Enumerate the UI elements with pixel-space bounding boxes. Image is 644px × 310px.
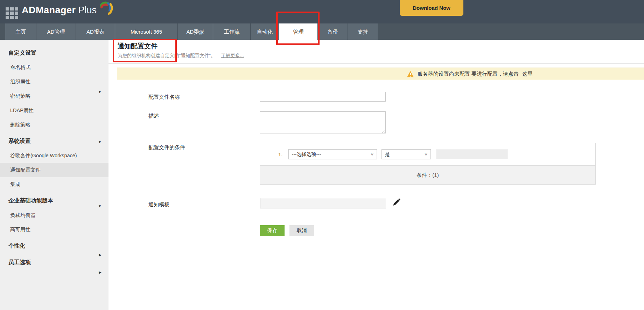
chevron-down-icon[interactable]: ▼	[98, 140, 102, 144]
sidebar-item-notification-profile[interactable]: 通知配置文件	[0, 163, 108, 177]
sidebar-section-employee-options[interactable]: 员工选项	[0, 253, 108, 270]
condition-attribute-value: ---选择选项---	[292, 151, 321, 157]
server-warning-banner: 服务器的设置尚未配置 要进行配置，请点击 这里	[117, 68, 644, 80]
sidebar-section-enterprise-basic-edition[interactable]: 企业基础功能版本	[0, 192, 108, 208]
sidebar-section-system-settings[interactable]: 系统设置	[0, 132, 108, 149]
condition-row: 1. ---选择选项--- ˅ 是 ˅	[260, 143, 595, 165]
description-textarea[interactable]	[260, 111, 386, 133]
subtitle-text: 为您的组织机构创建自定义的"通知配置文件"。	[118, 53, 216, 58]
sidebar-item-naming-format[interactable]: 命名格式	[0, 60, 108, 75]
chevron-down-icon: ˅	[371, 150, 374, 159]
cancel-button[interactable]: 取消	[289, 225, 314, 236]
sidebar-item-high-availability[interactable]: 高可用性	[0, 222, 108, 237]
page-title: 通知配置文件	[118, 42, 158, 51]
download-now-button[interactable]: Download Now	[400, 0, 463, 16]
tab-backup[interactable]: 备份	[318, 23, 348, 40]
chevron-down-icon[interactable]: ▼	[98, 204, 102, 208]
sidebar-section-personalization[interactable]: 个性化	[0, 237, 108, 253]
sidebar-item-load-balancer[interactable]: 负载均衡器	[0, 208, 108, 222]
sidebar-item-integration[interactable]: 集成	[0, 177, 108, 192]
sidebar-item-deletion-policy[interactable]: 删除策略	[0, 118, 108, 132]
logo-text: ADManager	[22, 5, 76, 16]
sidebar-item-password-policy[interactable]: 密码策略	[0, 89, 108, 103]
condition-value-input[interactable]	[436, 150, 508, 159]
tab-automation[interactable]: 自动化	[251, 23, 279, 40]
app-header: ADManager Plus Download Now	[0, 0, 644, 23]
pencil-icon[interactable]	[392, 198, 400, 207]
condition-operator-value: 是	[385, 151, 390, 157]
profile-name-input[interactable]	[260, 92, 386, 102]
tab-ad-reports[interactable]: AD报表	[76, 23, 115, 40]
tab-ad-management[interactable]: AD管理	[36, 23, 76, 40]
profile-name-label: 配置文件名称	[148, 94, 180, 101]
logo-suffix: Plus	[78, 5, 97, 16]
conditions-label: 配置文件的条件	[148, 144, 185, 151]
page-subtitle: 为您的组织机构创建自定义的"通知配置文件"。了解更多...	[118, 53, 244, 59]
warning-triangle-icon	[407, 71, 414, 77]
tab-support[interactable]: 支持	[348, 23, 378, 40]
header-divider	[108, 63, 644, 64]
condition-operator-select[interactable]: 是 ˅	[382, 149, 431, 159]
condition-index: 1.	[278, 151, 283, 157]
tab-ad-delegation[interactable]: AD委派	[178, 23, 213, 40]
learn-more-link[interactable]: 了解更多...	[221, 53, 244, 58]
notification-template-label: 通知模板	[148, 201, 169, 208]
main-nav-bar: 主页 AD管理 AD报表 Microsoft 365 AD委派 工作流 自动化 …	[0, 23, 644, 40]
conditions-summary: 条件：(1)	[260, 165, 595, 184]
description-label: 描述	[148, 113, 159, 119]
app-grid-icon[interactable]	[6, 7, 19, 19]
condition-attribute-select[interactable]: ---选择选项--- ˅	[288, 149, 377, 159]
tab-workflow[interactable]: 工作流	[213, 23, 251, 40]
admanager-plus-logo: ADManager Plus	[22, 5, 113, 16]
sidebar-item-google-workspace[interactable]: 谷歌套件(Google Workspace)	[0, 149, 108, 163]
notification-template-input[interactable]	[260, 198, 386, 208]
sidebar-item-org-attributes[interactable]: 组织属性	[0, 75, 108, 89]
admanager-plus-window: ADManager Plus Download Now 主页 AD管理 AD报表…	[0, 0, 644, 310]
warning-text: 服务器的设置尚未配置 要进行配置，请点击	[418, 71, 519, 77]
settings-sidebar: 自定义设置 ▼ 命名格式 组织属性 密码策略 LDAP属性 删除策略 系统设置 …	[0, 40, 108, 310]
conditions-container: 1. ---选择选项--- ˅ 是 ˅ 条件：(1)	[260, 143, 596, 185]
tab-microsoft-365[interactable]: Microsoft 365	[115, 23, 178, 40]
sidebar-item-ldap-attributes[interactable]: LDAP属性	[0, 103, 108, 118]
tab-admin[interactable]: 管理	[279, 23, 318, 40]
tab-home[interactable]: 主页	[5, 23, 36, 40]
warning-here-link[interactable]: 这里	[522, 71, 533, 77]
main-content: 通知配置文件 为您的组织机构创建自定义的"通知配置文件"。了解更多... 服务器…	[108, 40, 644, 310]
logo-swoosh-icon	[97, 1, 113, 15]
chevron-down-icon: ˅	[425, 150, 428, 159]
sidebar-section-custom-settings[interactable]: 自定义设置	[0, 40, 108, 60]
chevron-right-icon[interactable]: ▶	[99, 270, 102, 274]
save-button[interactable]: 保存	[260, 225, 285, 236]
